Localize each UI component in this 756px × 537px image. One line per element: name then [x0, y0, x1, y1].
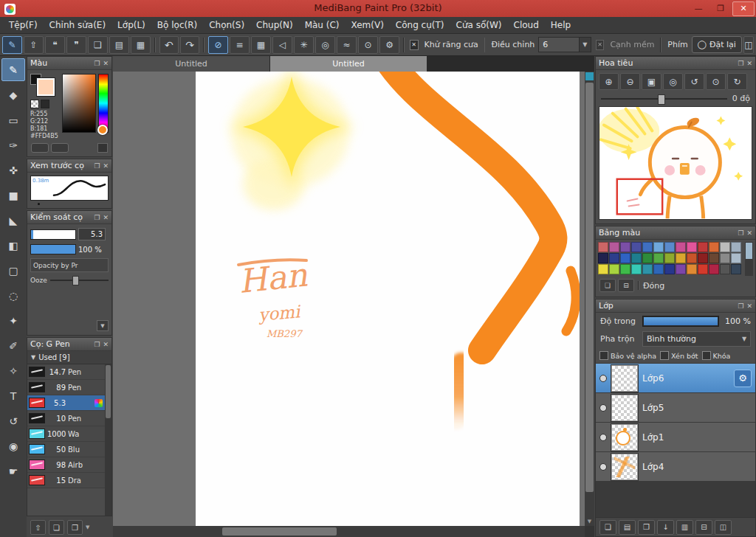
popout-icon[interactable]: ❐: [738, 302, 743, 310]
palette-swatch[interactable]: [631, 253, 642, 263]
eyedropper-tool[interactable]: ◉: [1, 434, 25, 457]
vertical-scroll-thumb[interactable]: [585, 83, 594, 492]
add-color-icon[interactable]: ❏: [599, 279, 616, 292]
palette-swatch[interactable]: [731, 264, 741, 274]
palette-swatch[interactable]: [698, 242, 708, 252]
secondary-color-swatch[interactable]: [41, 100, 49, 108]
checkbox[interactable]: [660, 351, 669, 360]
zoom-in-icon[interactable]: ⊕: [599, 73, 619, 90]
popout-icon[interactable]: ❐: [94, 60, 100, 67]
palette-swatch[interactable]: [731, 242, 741, 252]
brush-tool[interactable]: ✎: [1, 58, 25, 81]
comment-icon[interactable]: ❝: [45, 36, 65, 54]
palette-swatch[interactable]: [598, 264, 608, 274]
color-options-button[interactable]: [97, 143, 108, 153]
finger-tool[interactable]: ✑: [1, 134, 25, 156]
brush-opacity-slider[interactable]: [30, 244, 76, 254]
palette-swatch[interactable]: [653, 253, 664, 263]
layer-row[interactable]: Lớp5 ⚙: [596, 393, 755, 422]
undo-button[interactable]: ↶: [159, 36, 179, 54]
menu-item[interactable]: Cloud: [508, 17, 545, 33]
popout-icon[interactable]: ❐: [94, 214, 100, 221]
palette-swatch[interactable]: [676, 264, 686, 274]
Dra[interactable]: 15 Dra: [27, 473, 105, 488]
palette-swatch[interactable]: [664, 264, 675, 274]
color-mode-tab-2[interactable]: [51, 143, 69, 153]
snap-vanishing-icon[interactable]: ◁: [272, 36, 292, 54]
hand-tool[interactable]: ☛: [1, 460, 25, 482]
new-canvas-icon[interactable]: ❏: [88, 36, 108, 54]
layer-row[interactable]: Lớp6 ⚙: [596, 364, 755, 392]
saturation-value-picker[interactable]: [62, 74, 96, 133]
palette-swatch[interactable]: [653, 264, 664, 274]
dot-pen-tool[interactable]: ▭: [1, 108, 25, 131]
gradient-tool[interactable]: ◧: [1, 234, 25, 257]
canvas-list-icon[interactable]: ▤: [109, 36, 129, 54]
horizontal-scroll-thumb[interactable]: [222, 527, 337, 536]
palette-swatch[interactable]: [609, 264, 619, 274]
layer-row[interactable]: Lớp1 ⚙: [596, 423, 755, 451]
magic-wand-tool[interactable]: ✦: [1, 309, 25, 332]
Pen[interactable]: 14.7 Pen: [27, 364, 105, 380]
popout-icon[interactable]: ❐: [94, 162, 100, 170]
palette-swatch[interactable]: [687, 253, 697, 263]
palette-swatch[interactable]: [676, 242, 686, 252]
Blu[interactable]: 50 Blu: [27, 442, 105, 457]
palette-swatch[interactable]: [698, 264, 708, 274]
palette-swatch[interactable]: [709, 264, 719, 274]
menu-item[interactable]: Chụp(N): [250, 17, 299, 33]
reset-button[interactable]: ◯ Đặt lại: [692, 36, 742, 53]
chevron-down-icon[interactable]: ▼: [86, 524, 89, 530]
canvas-fit-button[interactable]: [585, 72, 594, 80]
palette-swatch[interactable]: [609, 253, 619, 263]
close-icon[interactable]: ✕: [746, 302, 752, 310]
add-folder-icon[interactable]: ▤: [619, 520, 636, 535]
transfer-layer-icon[interactable]: ↓: [657, 520, 674, 535]
antialias-checkbox[interactable]: ✕: [410, 40, 419, 50]
menu-item[interactable]: Màu (C): [299, 17, 346, 33]
folder-icon[interactable]: ▥: [676, 520, 693, 535]
palette-swatch[interactable]: [676, 253, 686, 263]
snap-parallel-icon[interactable]: ≡: [230, 36, 250, 54]
close-icon[interactable]: ✕: [103, 162, 109, 170]
layer-visibility-dot[interactable]: [599, 375, 607, 382]
rotation-knob[interactable]: [658, 94, 665, 105]
snap-radial-icon[interactable]: ✳: [294, 36, 314, 54]
zoom-actual-icon[interactable]: ◎: [663, 73, 683, 90]
menu-item[interactable]: Chỉnh sửa(E): [44, 17, 112, 33]
text-tool[interactable]: T: [1, 384, 25, 407]
palette-swatch[interactable]: [709, 253, 719, 263]
document-tab-1[interactable]: Untitled: [113, 56, 270, 72]
snap-ellipse-icon[interactable]: ◎: [315, 36, 335, 54]
brush-settings-icon[interactable]: ✎: [2, 36, 22, 54]
add-layer-icon[interactable]: ❏: [599, 520, 616, 535]
menu-item[interactable]: Tệp(F): [3, 17, 44, 33]
snap-settings-icon[interactable]: ⚙: [379, 36, 399, 54]
menu-item[interactable]: Công cụ(T): [390, 17, 450, 33]
layer-settings-gear-icon[interactable]: ⚙: [734, 370, 752, 387]
minimize-button[interactable]: —: [688, 2, 709, 15]
close-button[interactable]: ✕: [732, 1, 755, 16]
material-grid-icon[interactable]: ▦: [131, 36, 151, 54]
brush-row[interactable]: 5.3: [27, 395, 105, 411]
zoom-out-icon[interactable]: ⊖: [620, 73, 640, 90]
Pen[interactable]: 89 Pen: [27, 380, 105, 395]
menu-item[interactable]: Chọn(S): [203, 17, 250, 33]
brush-list-scrollbar[interactable]: [105, 364, 111, 516]
palette-swatch[interactable]: [642, 242, 653, 252]
transparent-color-swatch[interactable]: [30, 100, 39, 108]
brush-size-value[interactable]: 5.3: [78, 228, 106, 240]
palette-swatch[interactable]: [598, 242, 608, 252]
reset-rotation-icon[interactable]: ⊙: [706, 73, 726, 90]
hue-slider[interactable]: [98, 74, 109, 133]
snap-off-icon[interactable]: ⊘: [208, 36, 228, 54]
brush-control-dropdown-icon[interactable]: ▼: [97, 320, 109, 331]
palette-swatch[interactable]: [620, 242, 630, 252]
dock-toggle-icon[interactable]: ◫: [743, 36, 754, 54]
layer-options-icon[interactable]: ◫: [715, 520, 732, 535]
redo-button[interactable]: ↷: [180, 36, 199, 54]
menu-item[interactable]: Xem(V): [346, 17, 390, 33]
rotate-left-icon[interactable]: ↺: [684, 73, 704, 90]
popout-icon[interactable]: ❐: [738, 229, 743, 237]
Wa[interactable]: 1000 Wa: [27, 426, 105, 442]
